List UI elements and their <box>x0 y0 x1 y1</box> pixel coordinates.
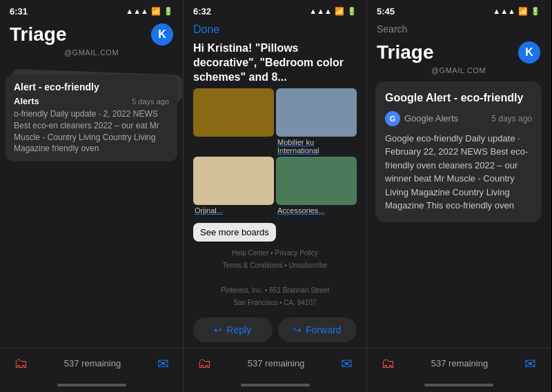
board-img-2: Mobilier ku International <box>276 88 357 155</box>
email-detail-subject: Hi Kristina! "Pillows decorative", "Bedr… <box>184 39 366 88</box>
forward-button[interactable]: ↪ Forward <box>278 317 357 342</box>
remaining-3: 537 remaining <box>431 358 488 369</box>
inbox-icon-3[interactable]: ✉ <box>524 355 536 372</box>
panel-2: 6:32 ▲▲▲ 📶 🔋 Done Hi Kristina! "Pillows … <box>184 0 367 392</box>
panel3-header: Search <box>367 19 550 37</box>
footer-links: Help Center • Privacy Policy Terms & Con… <box>193 247 357 309</box>
avatar-1[interactable]: K <box>151 23 173 46</box>
status-icons-3: ▲▲▲ 📶 🔋 <box>493 7 540 16</box>
reply-forward-bar: ↩ Reply ↪ Forward <box>184 312 366 348</box>
card-header-front-1: Alert - eco-friendly <box>14 81 169 94</box>
app-header-1: Triage K <box>0 19 183 48</box>
avatar-3[interactable]: K <box>518 41 540 63</box>
footer-links-1: Help Center • Privacy Policy <box>193 247 357 259</box>
card-preview-1: o-friendly Daily update · 2, 2022 NEWS B… <box>14 108 169 155</box>
alert-time: 5 days ago <box>491 114 532 124</box>
footer-links-2: Terms & Conditions • Unsubscribe <box>193 259 357 272</box>
see-more-boards-btn[interactable]: See more boards <box>193 223 276 242</box>
inbox-icon-2[interactable]: ✉ <box>341 355 353 372</box>
email-subtitle-3: @GMAIL.COM <box>367 66 550 77</box>
reply-icon: ↩ <box>214 324 222 335</box>
panel-3: 5:45 ▲▲▲ 📶 🔋 Search Triage K @GMAIL.COM … <box>367 0 551 392</box>
google-alert-card[interactable]: Google Alert - eco-friendly G Google Ale… <box>375 81 542 222</box>
reply-button[interactable]: ↩ Reply <box>193 317 273 342</box>
bottom-bar-1: 🗂 537 remaining ✉ <box>0 348 183 378</box>
card-sender-row-1: Alerts 5 days ago <box>14 96 169 106</box>
remaining-1: 537 remaining <box>64 358 121 369</box>
board-img-green <box>276 157 357 205</box>
panel-1: 6:31 ▲▲▲ 📶 🔋 Triage K @GMAIL.COM otage o… <box>0 0 184 392</box>
board-img-blue <box>276 88 357 137</box>
panel2-header: Done <box>184 19 366 39</box>
board-img-4: Accessories... <box>276 157 357 215</box>
card-sender-1: Alerts <box>14 96 39 106</box>
board-img-cream <box>193 157 274 205</box>
archive-icon-1[interactable]: 🗂 <box>14 355 28 371</box>
home-indicator-1 <box>0 378 183 392</box>
status-bar-3: 5:45 ▲▲▲ 📶 🔋 <box>367 0 550 19</box>
app-title-3: Triage <box>377 41 433 63</box>
footer-address-1: Pinterest, Inc. • 651 Brannan Street <box>193 284 357 297</box>
home-bar-1 <box>57 384 126 386</box>
board-img-brown <box>193 88 274 137</box>
reply-label: Reply <box>226 324 251 335</box>
battery-icon-1: 🔋 <box>164 7 173 16</box>
card-time-1: 5 days ago <box>132 97 169 106</box>
home-indicator-3 <box>367 378 550 392</box>
email-subtitle-1: @GMAIL.COM <box>0 48 183 59</box>
email-list-1: otage of orting... 5 days ago Alert - ec… <box>0 59 183 348</box>
status-time-2: 6:32 <box>193 6 211 17</box>
wifi-icon-1: 📶 <box>151 7 161 16</box>
bottom-bar-2: 🗂 537 remaining ✉ <box>184 348 366 378</box>
wifi-icon-2: 📶 <box>335 7 344 16</box>
google-avatar: G <box>385 111 400 126</box>
home-bar-2 <box>241 384 310 386</box>
wifi-icon-3: 📶 <box>518 7 528 16</box>
board-label-3[interactable]: Orjinal... <box>193 206 274 215</box>
alert-sender-row: G Google Alerts 5 days ago <box>385 111 532 126</box>
remaining-2: 537 remaining <box>248 358 304 369</box>
pinterest-grid: Mobilier ku International Orjinal... Acc… <box>193 88 357 215</box>
signal-icon-1: ▲▲▲ <box>126 7 148 15</box>
home-bar-3 <box>424 384 493 386</box>
done-button[interactable]: Done <box>193 23 219 35</box>
home-indicator-2 <box>184 378 366 392</box>
forward-label: Forward <box>306 324 341 335</box>
app-header-3: Triage K <box>367 37 550 66</box>
board-label-4[interactable]: Accessories... <box>276 206 357 215</box>
bottom-bar-3: 🗂 537 remaining ✉ <box>367 348 550 378</box>
alert-title: Google Alert - eco-friendly <box>385 91 532 106</box>
app-title-1: Triage <box>10 23 66 46</box>
card-subject-front-1: Alert - eco-friendly <box>14 81 99 92</box>
status-time-1: 6:31 <box>10 6 28 17</box>
status-time-3: 5:45 <box>377 6 395 17</box>
status-bar-2: 6:32 ▲▲▲ 📶 🔋 <box>184 0 366 19</box>
battery-icon-3: 🔋 <box>531 7 540 16</box>
signal-icon-2: ▲▲▲ <box>309 7 332 15</box>
email-detail-body: Mobilier ku International Orjinal... Acc… <box>184 88 366 312</box>
board-img-3: Orjinal... <box>193 157 274 215</box>
board-label-2[interactable]: Mobilier ku International <box>276 138 357 155</box>
archive-icon-3[interactable]: 🗂 <box>381 355 395 371</box>
alert-body: Google eco-friendly Daily update · Febru… <box>385 132 532 213</box>
board-img-1 <box>193 88 274 155</box>
alert-sender-name: Google Alerts <box>404 113 458 124</box>
forward-icon: ↪ <box>293 324 302 335</box>
search-label[interactable]: Search <box>377 23 407 35</box>
spacer-3 <box>367 226 550 348</box>
status-icons-1: ▲▲▲ 📶 🔋 <box>126 7 173 16</box>
archive-icon-2[interactable]: 🗂 <box>197 355 211 371</box>
status-icons-2: ▲▲▲ 📶 🔋 <box>309 7 357 16</box>
signal-icon-3: ▲▲▲ <box>493 7 515 15</box>
footer-address-2: San Francisco • CA, 94107 <box>193 297 357 309</box>
email-card-front-1[interactable]: Alert - eco-friendly Alerts 5 days ago o… <box>6 75 177 161</box>
status-bar-1: 6:31 ▲▲▲ 📶 🔋 <box>0 0 183 19</box>
battery-icon-2: 🔋 <box>347 7 357 16</box>
inbox-icon-1[interactable]: ✉ <box>157 355 169 372</box>
